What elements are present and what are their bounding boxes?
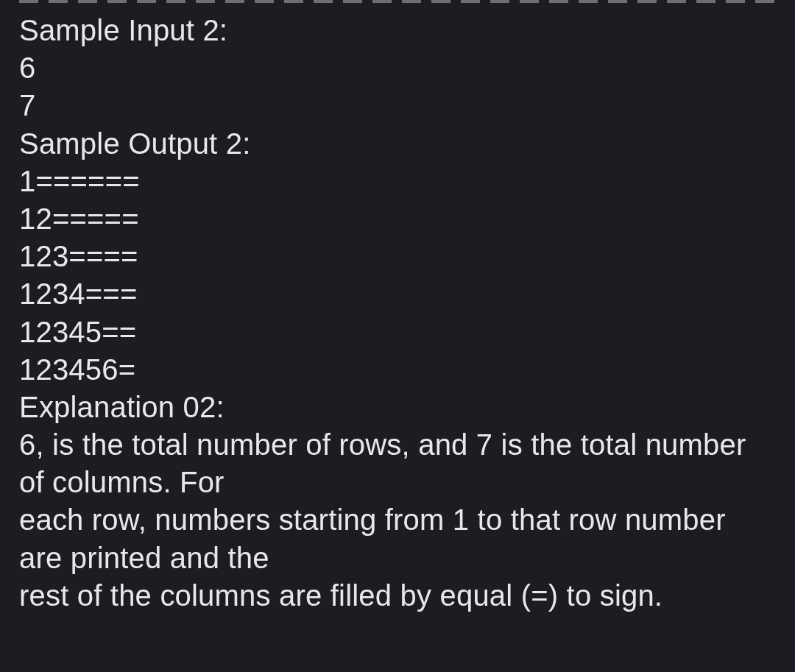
explanation-text-3: rest of the columns are filled by equal …: [19, 577, 776, 615]
sample-input-value-1: 6: [19, 49, 776, 87]
sample-output-row-1: 1======: [19, 163, 776, 200]
document-page: Sample Input 2: 6 7 Sample Output 2: 1==…: [0, 0, 795, 635]
sample-output-row-5: 12345==: [19, 314, 776, 351]
sample-input-label: Sample Input 2:: [19, 12, 776, 49]
explanation-text-2: each row, numbers starting from 1 to tha…: [19, 501, 776, 576]
sample-output-row-3: 123====: [19, 238, 776, 275]
sample-input-value-2: 7: [19, 87, 776, 124]
explanation-text-1: 6, is the total number of rows, and 7 is…: [19, 426, 776, 501]
sample-output-row-4: 1234===: [19, 275, 776, 313]
sample-output-row-6: 123456=: [19, 351, 776, 389]
sample-output-label: Sample Output 2:: [19, 125, 776, 163]
sample-output-row-2: 12=====: [19, 200, 776, 238]
top-dashed-divider: [19, 0, 776, 3]
explanation-label: Explanation 02:: [19, 389, 776, 426]
